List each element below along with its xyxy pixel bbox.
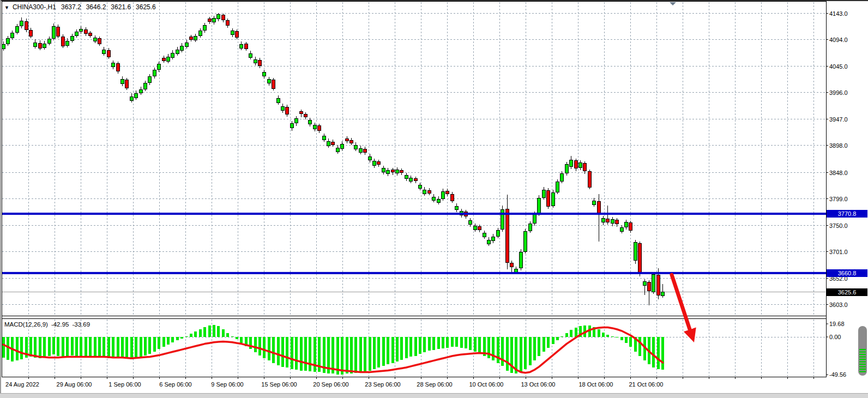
price-tick-label: 4045.0 [829, 63, 848, 70]
candle [391, 170, 394, 172]
candle [15, 27, 19, 33]
macd-bar [638, 337, 641, 356]
candle [180, 46, 184, 50]
candle [318, 126, 321, 131]
candle [57, 27, 60, 37]
candle [647, 282, 650, 291]
macd-bar [226, 333, 229, 337]
macd-bar [341, 337, 343, 375]
candle [185, 43, 188, 46]
macd-bar [391, 337, 394, 363]
macd-bar [199, 329, 202, 337]
candle [551, 192, 554, 206]
time-tick-label: 23 Sep 06:00 [365, 381, 400, 388]
macd-bar [286, 337, 288, 367]
macd-bar [409, 337, 412, 357]
price-chart-canvas[interactable]: 4143.04094.04045.03996.03947.03898.03848… [0, 0, 868, 398]
price-tick-label: 3947.0 [829, 116, 848, 123]
time-tick-label: 13 Oct 06:00 [521, 381, 556, 388]
support-price-badge: 3660.8 [827, 269, 867, 277]
candle [547, 190, 550, 206]
macd-bar [364, 337, 366, 371]
chart-border [2, 2, 827, 377]
candle [130, 97, 133, 100]
macd-bar [176, 337, 179, 340]
time-tick-label: 9 Sep 06:00 [211, 381, 243, 388]
candle [556, 182, 559, 192]
macd-bar [359, 337, 362, 372]
candle [441, 191, 444, 198]
candle [322, 136, 326, 140]
candle [611, 220, 614, 224]
macd-bar [117, 337, 119, 357]
candle [473, 226, 477, 230]
candle [574, 161, 577, 168]
price-tick-label: 3996.0 [829, 89, 848, 96]
macd-bar [309, 337, 311, 371]
symbol-timeframe-label: CHINA300-,H1 [13, 3, 56, 11]
candle [538, 198, 541, 214]
macd-bar [346, 337, 348, 373]
scrollbar-stripe [859, 371, 866, 372]
macd-bar [451, 337, 454, 347]
candle [231, 31, 234, 35]
macd-bar [240, 337, 243, 343]
candle [93, 38, 97, 41]
macd-bar [382, 337, 385, 366]
last-price-badge: 3625.6 [827, 288, 867, 296]
price-tick-label: 3750.0 [829, 222, 848, 229]
macd-bar [405, 337, 408, 358]
macd-bar [39, 337, 41, 358]
macd-bar [373, 337, 376, 369]
macd-bar [112, 337, 114, 358]
macd-bar [153, 337, 156, 352]
macd-bar [29, 337, 32, 357]
macd-bar [529, 337, 532, 365]
price-gridlines: 4143.04094.04045.03996.03947.03898.03848… [2, 10, 848, 308]
macd-bar [657, 337, 660, 369]
candle [565, 165, 568, 173]
macd-bar [354, 337, 357, 373]
candle [345, 138, 348, 141]
candle [341, 144, 344, 148]
candle [601, 219, 605, 222]
support-line[interactable] [2, 272, 826, 274]
macd-bar [501, 337, 504, 366]
time-tick-label: 1 Sep 06:00 [108, 381, 141, 388]
scrollbar-stripe [859, 366, 866, 367]
candle [34, 43, 37, 46]
candle [235, 32, 238, 38]
macd-indicator-label: MACD(12,26,9)-42.95-33.69 [4, 321, 90, 328]
macd-bar [194, 331, 197, 337]
candle [588, 172, 591, 188]
candle [281, 106, 284, 111]
candle [217, 15, 220, 19]
scrollbar-thumb[interactable] [858, 326, 867, 376]
macd-bar [442, 337, 444, 348]
macd-bar [478, 337, 481, 354]
candle [643, 281, 646, 285]
resistance-line[interactable] [2, 213, 826, 215]
price-tick-label: 3701.0 [829, 249, 848, 255]
price-shift-marker-icon[interactable] [670, 2, 676, 5]
price-tick-label: 3799.0 [829, 196, 848, 202]
vertical-gridlines [28, 2, 813, 379]
macd-bar [469, 337, 472, 350]
macd-bar [66, 337, 69, 357]
candle [409, 178, 413, 182]
candle [267, 80, 270, 83]
scrollbar-stripe [859, 369, 866, 370]
symbol-dropdown-icon[interactable]: ▼ [4, 5, 9, 10]
macd-histogram [2, 325, 665, 375]
macd-scrollbar[interactable] [858, 326, 867, 376]
candle [661, 292, 665, 296]
macd-bar [377, 337, 380, 367]
candle [432, 197, 436, 200]
price-tick-label: 3898.0 [829, 142, 848, 149]
candle [70, 37, 74, 41]
trend-arrow-head-icon [684, 328, 696, 342]
macd-bar [71, 337, 74, 355]
price-tick-label: 4143.0 [829, 10, 848, 17]
macd-bar [203, 327, 206, 337]
macd-bar [295, 337, 298, 370]
